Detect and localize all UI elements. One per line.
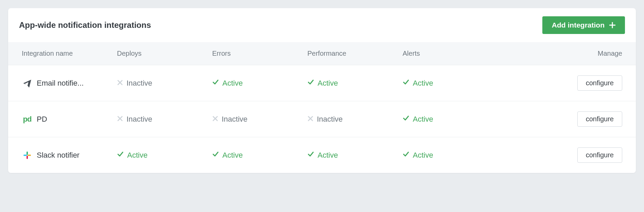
status-deploys: Active <box>117 151 212 160</box>
check-icon <box>403 115 409 124</box>
status-errors: Active <box>212 79 307 88</box>
table-row: pd PD Inactive Inactive Inactive <box>8 101 636 137</box>
th-name: Integration name <box>22 50 117 57</box>
add-integration-button[interactable]: Add integration <box>542 16 625 34</box>
integrations-card: App-wide notification integrations Add i… <box>8 8 636 173</box>
check-icon <box>212 79 219 88</box>
x-icon <box>212 115 218 124</box>
check-icon <box>403 79 409 88</box>
x-icon <box>117 79 123 88</box>
table-row: Slack notifier Active Active Active Acti… <box>8 137 636 173</box>
configure-button[interactable]: configure <box>577 111 622 127</box>
status-errors: Inactive <box>212 115 307 124</box>
status-label: Inactive <box>222 115 248 124</box>
check-icon <box>117 151 124 160</box>
th-deploys: Deploys <box>117 50 212 57</box>
th-alerts: Alerts <box>403 50 498 57</box>
pagerduty-icon: pd <box>22 115 33 124</box>
plus-icon <box>609 22 615 28</box>
integration-name-cell: pd PD <box>22 115 117 124</box>
manage-cell: configure <box>498 111 622 127</box>
check-icon <box>307 79 314 88</box>
status-deploys: Inactive <box>117 79 212 88</box>
card-title: App-wide notification integrations <box>19 20 151 30</box>
status-label: Active <box>318 79 338 88</box>
integration-name-cell: Email notifie... <box>22 78 117 88</box>
integration-name: Email notifie... <box>37 79 84 88</box>
status-alerts: Active <box>403 151 498 160</box>
svg-rect-0 <box>27 152 28 155</box>
svg-rect-2 <box>27 156 28 159</box>
th-errors: Errors <box>212 50 307 57</box>
status-label: Active <box>413 79 433 88</box>
status-label: Inactive <box>317 115 343 124</box>
integration-name-cell: Slack notifier <box>22 151 117 160</box>
add-integration-label: Add integration <box>552 21 605 29</box>
status-alerts: Active <box>403 79 498 88</box>
status-label: Active <box>413 115 433 124</box>
th-manage: Manage <box>498 50 622 57</box>
table-header-row: Integration name Deploys Errors Performa… <box>8 42 636 65</box>
check-icon <box>403 151 409 160</box>
configure-button[interactable]: configure <box>577 147 622 163</box>
check-icon <box>307 151 314 160</box>
x-icon <box>117 115 123 124</box>
th-performance: Performance <box>307 50 403 57</box>
x-icon <box>307 115 313 124</box>
status-performance: Active <box>307 151 403 160</box>
status-performance: Inactive <box>307 115 403 124</box>
table-row: Email notifie... Inactive Active Active … <box>8 65 636 101</box>
status-label: Inactive <box>126 79 152 88</box>
status-label: Active <box>127 151 148 160</box>
configure-button[interactable]: configure <box>577 75 622 91</box>
status-label: Active <box>222 79 243 88</box>
svg-rect-3 <box>23 155 27 156</box>
check-icon <box>212 151 219 160</box>
status-label: Active <box>413 151 433 160</box>
card-header: App-wide notification integrations Add i… <box>8 8 636 42</box>
integration-name: Slack notifier <box>37 151 80 160</box>
status-alerts: Active <box>403 115 498 124</box>
status-performance: Active <box>307 79 403 88</box>
integration-name: PD <box>37 115 47 124</box>
slack-icon <box>22 151 33 160</box>
status-deploys: Inactive <box>117 115 212 124</box>
manage-cell: configure <box>498 147 622 163</box>
status-label: Active <box>318 151 338 160</box>
status-errors: Active <box>212 151 307 160</box>
manage-cell: configure <box>498 75 622 91</box>
paper-plane-icon <box>22 78 33 88</box>
status-label: Active <box>222 151 243 160</box>
status-label: Inactive <box>126 115 152 124</box>
svg-rect-1 <box>28 155 31 156</box>
